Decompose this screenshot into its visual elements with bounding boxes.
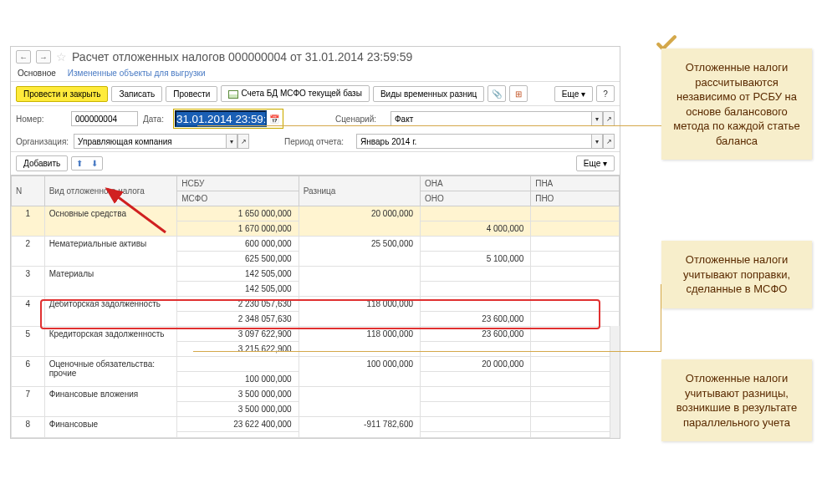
cell-n: 7 — [12, 387, 45, 417]
cell-name: Основные средства — [44, 206, 177, 237]
callout-3: Отложенные налоги учитывают разницы, воз… — [661, 359, 812, 441]
cell-ono — [421, 432, 531, 438]
org-select[interactable]: ▾ ↗ — [74, 134, 249, 149]
cell-name: Финансовые вложения — [44, 387, 177, 417]
cell-name: Кредиторская задолженность — [44, 327, 177, 357]
table-row[interactable]: 8Финансовые23 622 400,000-911 782,600 — [12, 417, 620, 432]
chevron-down-icon[interactable]: ▾ — [591, 134, 603, 149]
cell-name: Дебиторская задолженность — [44, 297, 177, 327]
cell-diff: 100 000,000 — [299, 357, 420, 387]
form-row-1: Номер: Дата: 📅 Сценарий: ▾ ↗ — [11, 106, 620, 131]
table-more-label: Еще — [584, 159, 600, 168]
cell-n: 8 — [12, 417, 45, 438]
cell-diff: -911 782,600 — [299, 417, 420, 438]
connector-2b — [193, 351, 661, 352]
cell-ona — [421, 267, 531, 282]
col-msfo[interactable]: МСФО — [177, 191, 299, 206]
forward-button[interactable]: → — [36, 50, 51, 64]
cell-n: 5 — [12, 327, 45, 357]
cell-ona — [421, 237, 531, 252]
connector-2a — [193, 284, 661, 351]
cell-nsbu: 1 650 000,000 — [177, 206, 299, 221]
page-title: Расчет отложенных налогов 000000004 от 3… — [72, 50, 412, 64]
cell-nsbu — [177, 357, 299, 372]
page-tabs: Основное Измененные объекты для выгрузки — [11, 67, 620, 81]
callout-1: Отложенные налоги рассчитываются независ… — [661, 48, 812, 160]
cell-ona — [421, 387, 531, 402]
chevron-down-icon[interactable]: ▾ — [226, 134, 237, 149]
cell-name: Финансовые — [44, 417, 177, 438]
accounts-button[interactable]: Счета БД МСФО текущей базы — [221, 85, 369, 101]
cell-pna — [531, 206, 620, 221]
cell-msfo: 625 500,000 — [177, 252, 299, 267]
col-n[interactable]: N — [12, 176, 45, 206]
cell-diff: 25 500,000 — [299, 237, 420, 267]
cell-pna — [531, 417, 620, 432]
more-button[interactable]: Еще ▾ — [554, 86, 593, 102]
cell-diff — [299, 387, 420, 417]
cell-n: 1 — [12, 206, 45, 237]
table-more-button[interactable]: Еще ▾ — [576, 155, 615, 171]
col-ono[interactable]: ОНО — [421, 191, 531, 206]
table-row[interactable]: 2Нематериальные активы600 000,00025 500,… — [12, 237, 620, 252]
open-icon[interactable]: ↗ — [603, 134, 615, 149]
table-row[interactable]: 1Основные средства1 650 000,00020 000,00… — [12, 206, 620, 221]
org-input[interactable] — [74, 134, 226, 149]
chevron-down-icon[interactable]: ▾ — [591, 111, 603, 126]
form-row-2: Организация: ▾ ↗ Период отчета: ▾ ↗ — [11, 131, 620, 151]
open-icon[interactable]: ↗ — [237, 134, 249, 149]
scenario-label: Сценарий: — [335, 115, 385, 124]
calendar-icon[interactable]: 📅 — [267, 110, 282, 127]
table-row[interactable]: 7Финансовые вложения3 500 000,000 — [12, 387, 620, 402]
scenario-select[interactable]: ▾ ↗ — [391, 111, 615, 126]
col-type[interactable]: Вид отложенного налога — [44, 176, 177, 206]
cell-ona — [421, 206, 531, 221]
cell-ono: 5 100,000 — [421, 252, 531, 267]
scenario-input[interactable] — [391, 111, 591, 126]
more-label: Еще — [562, 89, 579, 99]
cell-pno — [531, 372, 620, 387]
cell-n: 6 — [12, 357, 45, 387]
structure-icon[interactable]: ⊞ — [509, 85, 528, 102]
move-up-icon[interactable]: ⬆ — [72, 157, 87, 170]
col-ona[interactable]: ОНА — [421, 176, 531, 191]
cell-msfo: 1 670 000,000 — [177, 221, 299, 237]
add-button[interactable]: Добавить — [16, 155, 68, 171]
cell-name: Оценочные обязательства: прочие — [44, 357, 177, 387]
period-label: Период отчета: — [284, 137, 351, 146]
cell-n: 4 — [12, 297, 45, 327]
date-field[interactable] — [175, 110, 267, 127]
cell-pna — [531, 237, 620, 252]
table-row[interactable]: 6Оценочные обязательства: прочие100 000,… — [12, 357, 620, 372]
period-input[interactable] — [356, 134, 591, 149]
accounts-label: Счета БД МСФО текущей базы — [241, 89, 361, 98]
cell-pno — [531, 402, 620, 417]
col-pna[interactable]: ПНА — [531, 176, 620, 191]
open-icon[interactable]: ↗ — [603, 111, 615, 126]
diff-types-button[interactable]: Виды временных разниц — [373, 86, 484, 102]
post-button[interactable]: Провести — [166, 86, 217, 102]
star-icon[interactable]: ☆ — [56, 50, 67, 64]
attach-icon[interactable]: 📎 — [488, 85, 506, 102]
cell-nsbu: 600 000,000 — [177, 237, 299, 252]
table-row[interactable]: 3Материалы142 505,000 — [12, 267, 620, 282]
help-icon[interactable]: ? — [596, 85, 615, 102]
col-nsbu[interactable]: НСБУ — [177, 176, 299, 191]
col-pno[interactable]: ПНО — [531, 191, 620, 206]
save-button[interactable]: Записать — [111, 86, 162, 102]
number-field[interactable] — [71, 111, 138, 126]
cell-ono: 4 000,000 — [421, 221, 531, 237]
move-down-icon[interactable]: ⬇ — [87, 157, 102, 170]
cell-pna — [531, 357, 620, 372]
titlebar: ← → ☆ Расчет отложенных налогов 00000000… — [11, 47, 620, 67]
col-diff[interactable]: Разница — [299, 176, 420, 206]
tab-changed-objects[interactable]: Измененные объекты для выгрузки — [68, 69, 206, 78]
tab-main[interactable]: Основное — [18, 69, 56, 78]
back-button[interactable]: ← — [16, 50, 31, 64]
cell-pno — [531, 432, 620, 438]
cell-name: Материалы — [44, 267, 177, 297]
date-label: Дата: — [143, 115, 168, 124]
post-and-close-button[interactable]: Провести и закрыть — [16, 86, 108, 102]
period-select[interactable]: ▾ ↗ — [356, 134, 615, 149]
cell-msfo: 3 500 000,000 — [177, 402, 299, 417]
